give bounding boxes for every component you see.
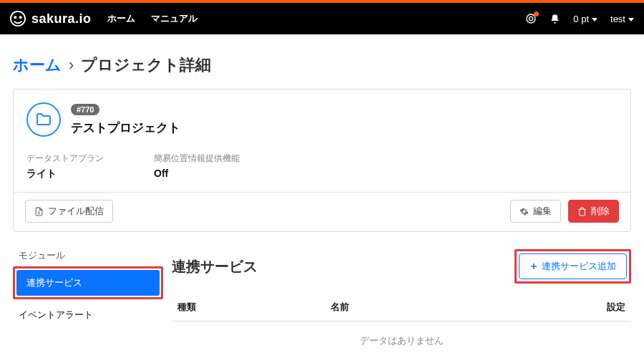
brand-text: sakura.io <box>31 11 92 26</box>
nav-manual[interactable]: マニュアル <box>151 12 197 25</box>
col-name: 名前 <box>325 294 478 321</box>
project-card: #770 テストプロジェクト データストアプラン ライト 簡易位置情報提供機能 … <box>13 89 631 232</box>
project-id-badge: #770 <box>71 104 99 115</box>
gear-icon <box>519 207 529 216</box>
bell-icon[interactable] <box>550 14 560 24</box>
file-delivery-button[interactable]: ファイル配信 <box>25 200 113 223</box>
highlight-callout: 連携サービス <box>13 266 163 299</box>
sidebar-item-alert[interactable]: イベントアラート <box>13 302 156 328</box>
nav-points[interactable]: 0 pt <box>573 14 597 24</box>
navbar: sakura.io ホーム マニュアル 0 pt test <box>0 3 644 34</box>
add-service-button[interactable]: 連携サービス追加 <box>519 253 627 279</box>
folder-icon <box>26 102 61 137</box>
breadcrumb-home[interactable]: ホーム <box>13 54 62 76</box>
chevron-right-icon: › <box>69 56 74 74</box>
edit-button[interactable]: 編集 <box>510 200 561 223</box>
col-type: 種類 <box>172 294 325 321</box>
col-settings: 設定 <box>478 294 631 321</box>
notification-dot-icon <box>534 11 539 16</box>
svg-point-4 <box>530 16 533 20</box>
svg-point-1 <box>14 16 16 19</box>
plan-value: ライト <box>26 168 104 180</box>
nav-user-menu[interactable]: test <box>610 14 634 24</box>
nav-home[interactable]: ホーム <box>107 12 135 25</box>
plus-icon <box>530 262 538 271</box>
empty-state: データはありません <box>172 321 631 350</box>
svg-point-2 <box>19 16 22 19</box>
location-label: 簡易位置情報提供機能 <box>154 153 240 165</box>
sidebar-item-module[interactable]: モジュール <box>13 249 156 262</box>
project-title: テストプロジェクト <box>71 120 180 136</box>
breadcrumb-current: プロジェクト詳細 <box>81 54 211 76</box>
sakura-logo-icon <box>10 11 26 26</box>
life-ring-icon[interactable] <box>525 13 537 24</box>
services-table: 種類 名前 設定 <box>172 294 631 321</box>
delete-button[interactable]: 削除 <box>568 200 619 223</box>
sidebar-item-services[interactable]: 連携サービス <box>16 270 160 296</box>
highlight-callout: 連携サービス追加 <box>514 249 631 284</box>
trash-icon <box>577 207 587 216</box>
file-icon <box>34 207 44 216</box>
breadcrumb: ホーム › プロジェクト詳細 <box>13 54 631 76</box>
plan-label: データストアプラン <box>26 153 104 165</box>
brand-logo[interactable]: sakura.io <box>10 11 92 26</box>
sidebar: モジュール 連携サービス イベントアラート <box>13 249 156 350</box>
services-title: 連携サービス <box>172 257 258 276</box>
location-value: Off <box>154 168 240 179</box>
